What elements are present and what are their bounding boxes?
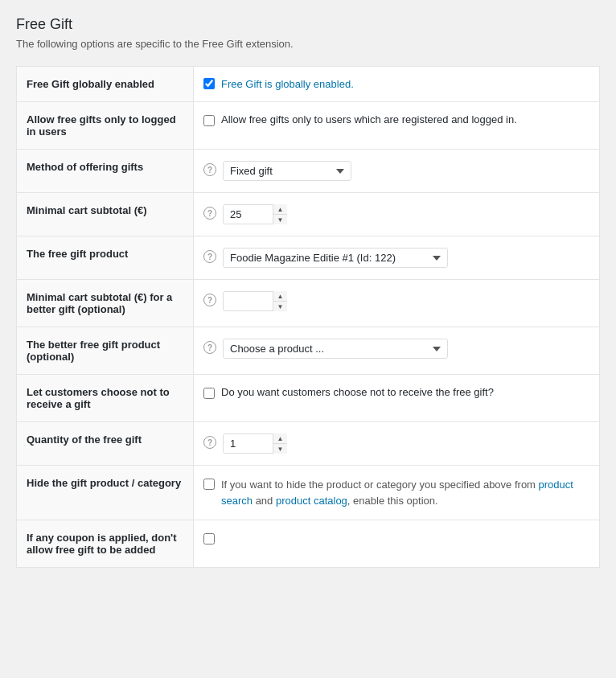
number-wrapper-minimal-cart-better: ▲▼ — [223, 291, 287, 311]
control-hide-gift: If you want to hide the product or categ… — [194, 466, 600, 520]
row-allow-logged-users: Allow free gifts only to logged in users… — [17, 102, 600, 150]
checkbox-hide-gift[interactable] — [203, 479, 215, 490]
link-product-search[interactable]: product search — [221, 479, 573, 507]
spinner-down-quantity-gift[interactable]: ▼ — [273, 444, 287, 454]
checkbox-label-allow-logged-users: Allow free gifts only to users which are… — [221, 113, 517, 125]
control-method-offering: ?Fixed giftCustomer choiceRandom gift — [194, 150, 600, 193]
select-better-gift-product[interactable]: Choose a product ...Product 1Product 2 — [223, 339, 448, 359]
control-better-gift-product: ?Choose a product ...Product 1Product 2 — [194, 327, 600, 375]
spinner-minimal-cart-better: ▲▼ — [273, 291, 287, 311]
select-free-gift-product[interactable]: Foodie Magazine Editie #1 (Id: 122)Other… — [223, 248, 448, 268]
row-better-gift-product: The better free gift product (optional)?… — [17, 327, 600, 375]
label-coupon-applied: If any coupon is applied, don't allow fr… — [17, 520, 194, 568]
control-row-allow-logged-users: Allow free gifts only to users which are… — [203, 113, 589, 126]
checkbox-allow-logged-users[interactable] — [203, 115, 215, 126]
checkbox-label-free-gift-enabled: Free Gift is globally enabled. — [221, 78, 354, 90]
settings-table: Free Gift globally enabledFree Gift is g… — [16, 66, 600, 568]
row-quantity-gift: Quantity of the free gift?▲▼ — [17, 422, 600, 466]
number-wrapper-minimal-cart: ▲▼ — [223, 204, 287, 224]
control-minimal-cart: ?▲▼ — [194, 193, 600, 236]
control-free-gift-product: ?Foodie Magazine Editie #1 (Id: 122)Othe… — [194, 236, 600, 280]
checkbox-free-gift-enabled[interactable] — [203, 78, 215, 89]
row-free-gift-enabled: Free Gift globally enabledFree Gift is g… — [17, 67, 600, 102]
label-free-gift-product: The free gift product — [17, 236, 194, 280]
control-customers-choose: Do you want customers choose not to rece… — [194, 375, 600, 422]
label-method-offering: Method of offering gifts — [17, 150, 194, 193]
label-minimal-cart-better: Minimal cart subtotal (€) for a better g… — [17, 280, 194, 327]
checkbox-customers-choose[interactable] — [203, 388, 215, 399]
control-row-customers-choose: Do you want customers choose not to rece… — [203, 386, 589, 399]
label-quantity-gift: Quantity of the free gift — [17, 422, 194, 466]
help-icon-minimal-cart[interactable]: ? — [203, 207, 216, 220]
help-icon-method-offering[interactable]: ? — [203, 163, 216, 176]
page-subtitle: The following options are specific to th… — [16, 38, 600, 50]
help-icon-minimal-cart-better[interactable]: ? — [203, 294, 216, 306]
label-better-gift-product: The better free gift product (optional) — [17, 327, 194, 375]
control-row-free-gift-product: ?Foodie Magazine Editie #1 (Id: 122)Othe… — [203, 248, 589, 268]
help-icon-free-gift-product[interactable]: ? — [203, 250, 216, 263]
control-allow-logged-users: Allow free gifts only to users which are… — [194, 102, 600, 150]
control-row-free-gift-enabled: Free Gift is globally enabled. — [203, 78, 589, 90]
label-allow-logged-users: Allow free gifts only to logged in users — [17, 102, 194, 150]
label-minimal-cart: Minimal cart subtotal (€) — [17, 193, 194, 236]
row-minimal-cart-better: Minimal cart subtotal (€) for a better g… — [17, 280, 600, 327]
label-hide-gift: Hide the gift product / category — [17, 466, 194, 520]
label-free-gift-enabled: Free Gift globally enabled — [17, 67, 194, 102]
control-row-minimal-cart: ?▲▼ — [203, 204, 589, 224]
control-row-hide-gift: If you want to hide the product or categ… — [203, 477, 589, 508]
spinner-up-minimal-cart-better[interactable]: ▲ — [273, 291, 287, 302]
row-method-offering: Method of offering gifts?Fixed giftCusto… — [17, 150, 600, 193]
row-free-gift-product: The free gift product?Foodie Magazine Ed… — [17, 236, 600, 280]
control-free-gift-enabled: Free Gift is globally enabled. — [194, 67, 600, 102]
control-row-coupon-applied — [203, 532, 589, 544]
row-hide-gift: Hide the gift product / categoryIf you w… — [17, 466, 600, 520]
spinner-down-minimal-cart[interactable]: ▼ — [273, 215, 287, 224]
control-minimal-cart-better: ?▲▼ — [194, 280, 600, 327]
spinner-quantity-gift: ▲▼ — [273, 434, 287, 454]
control-quantity-gift: ?▲▼ — [194, 422, 600, 466]
spinner-up-minimal-cart[interactable]: ▲ — [273, 204, 287, 215]
control-row-method-offering: ?Fixed giftCustomer choiceRandom gift — [203, 161, 589, 181]
checkbox-label-customers-choose: Do you want customers choose not to rece… — [221, 386, 494, 398]
checkbox-coupon-applied[interactable] — [203, 533, 215, 544]
help-icon-better-gift-product[interactable]: ? — [203, 341, 216, 354]
row-customers-choose: Let customers choose not to receive a gi… — [17, 375, 600, 422]
settings-page: Free Gift The following options are spec… — [0, 0, 616, 584]
number-wrapper-quantity-gift: ▲▼ — [223, 434, 287, 454]
control-row-quantity-gift: ?▲▼ — [203, 434, 589, 454]
control-row-better-gift-product: ?Choose a product ...Product 1Product 2 — [203, 339, 589, 359]
spinner-up-quantity-gift[interactable]: ▲ — [273, 434, 287, 444]
spinner-minimal-cart: ▲▼ — [273, 204, 287, 224]
select-method-offering[interactable]: Fixed giftCustomer choiceRandom gift — [223, 161, 351, 181]
row-minimal-cart: Minimal cart subtotal (€)?▲▼ — [17, 193, 600, 236]
control-coupon-applied — [194, 520, 600, 568]
info-text-hide-gift: If you want to hide the product or categ… — [221, 477, 589, 508]
control-row-minimal-cart-better: ?▲▼ — [203, 291, 589, 311]
row-coupon-applied: If any coupon is applied, don't allow fr… — [17, 520, 600, 568]
label-customers-choose: Let customers choose not to receive a gi… — [17, 375, 194, 422]
spinner-down-minimal-cart-better[interactable]: ▼ — [273, 302, 287, 311]
page-title: Free Gift — [16, 16, 600, 33]
link-product-catalog[interactable]: product catalog — [276, 495, 347, 507]
help-icon-quantity-gift[interactable]: ? — [203, 436, 216, 449]
